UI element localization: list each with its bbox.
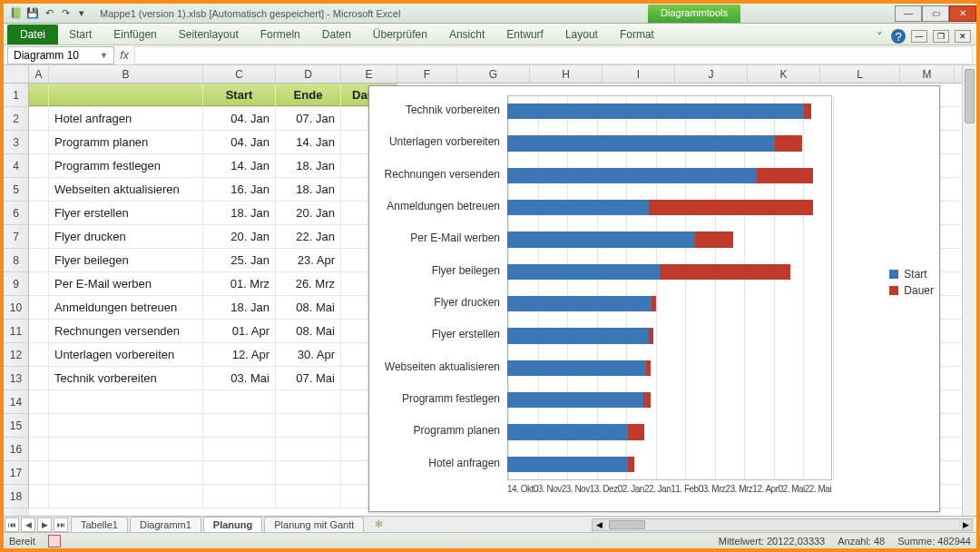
- cell[interactable]: [203, 414, 276, 437]
- formula-input[interactable]: [134, 46, 973, 64]
- tab-nav-next-icon[interactable]: ▶: [37, 518, 52, 532]
- select-all-corner[interactable]: [4, 65, 29, 83]
- maximize-button[interactable]: ▭: [922, 5, 949, 22]
- col-G[interactable]: G: [457, 65, 530, 83]
- cell[interactable]: [203, 461, 276, 484]
- cell[interactable]: Flyer beilegen: [49, 249, 203, 271]
- close-button[interactable]: ✕: [949, 5, 976, 22]
- cell[interactable]: 18. Jan: [276, 154, 341, 177]
- row-header[interactable]: 15: [4, 414, 29, 438]
- tab-design[interactable]: Entwurf: [495, 25, 554, 44]
- name-box[interactable]: Diagramm 10 ▼: [7, 46, 114, 64]
- tab-nav-prev-icon[interactable]: ◀: [21, 518, 35, 532]
- minimize-ribbon-icon[interactable]: ˅: [871, 28, 887, 44]
- mdi-restore-icon[interactable]: ❐: [933, 30, 949, 43]
- col-J[interactable]: J: [675, 65, 748, 83]
- qa-more-icon[interactable]: ▾: [74, 6, 89, 21]
- col-D[interactable]: D: [276, 65, 341, 83]
- cell[interactable]: 01. Mrz: [203, 272, 276, 295]
- cell[interactable]: Hotel anfragen: [49, 107, 203, 130]
- tab-start[interactable]: Start: [58, 25, 103, 44]
- cell[interactable]: Webseiten aktualisieren: [49, 178, 203, 201]
- cell[interactable]: Flyer drucken: [49, 225, 203, 248]
- undo-icon[interactable]: ↶: [42, 6, 56, 21]
- vertical-scroll-thumb[interactable]: [965, 69, 975, 123]
- cell[interactable]: [276, 414, 341, 437]
- tab-formulas[interactable]: Formeln: [250, 25, 311, 44]
- cell[interactable]: [276, 485, 341, 508]
- sheet-tab-tabelle1[interactable]: Tabelle1: [71, 517, 128, 532]
- cell[interactable]: [29, 367, 49, 389]
- row-header[interactable]: 6: [4, 202, 29, 225]
- cell[interactable]: Anmeldungen betreuen: [49, 296, 203, 319]
- row-header[interactable]: 3: [4, 131, 29, 154]
- cell[interactable]: Rechnungen versenden: [49, 320, 203, 342]
- cell[interactable]: [203, 485, 276, 508]
- tab-view[interactable]: Ansicht: [438, 25, 495, 44]
- cell[interactable]: 12. Apr: [203, 343, 276, 366]
- cell[interactable]: [29, 154, 49, 177]
- col-F[interactable]: F: [397, 65, 457, 83]
- cell[interactable]: [29, 320, 49, 342]
- row-header[interactable]: 4: [4, 154, 29, 178]
- cell[interactable]: 07. Jan: [276, 107, 341, 130]
- cell[interactable]: [29, 225, 49, 248]
- sheet-tab-diagramm1[interactable]: Diagramm1: [130, 517, 201, 532]
- cell[interactable]: [49, 84, 203, 106]
- cell[interactable]: [29, 296, 49, 319]
- cell[interactable]: 03. Mai: [203, 367, 276, 389]
- col-A[interactable]: A: [29, 65, 49, 83]
- cell[interactable]: 18. Jan: [203, 202, 276, 224]
- contextual-tab-chart-tools[interactable]: Diagrammtools: [648, 5, 740, 23]
- cell[interactable]: [29, 461, 49, 484]
- sheet-tab-planung-mit-gantt[interactable]: Planung mit Gantt: [264, 517, 364, 532]
- col-H[interactable]: H: [530, 65, 603, 83]
- cell[interactable]: 20. Jan: [203, 225, 276, 248]
- cell[interactable]: 25. Jan: [203, 249, 276, 271]
- embedded-chart[interactable]: Start Dauer 14. Okt03. Nov23. Nov13. Dez…: [368, 85, 940, 512]
- cell[interactable]: [276, 438, 341, 460]
- horizontal-scroll-thumb[interactable]: [609, 520, 645, 529]
- tab-layout[interactable]: Layout: [554, 25, 609, 44]
- cell[interactable]: [276, 390, 341, 413]
- cell[interactable]: 16. Jan: [203, 178, 276, 201]
- cell[interactable]: 14. Jan: [203, 154, 276, 177]
- cell[interactable]: 04. Jan: [203, 107, 276, 130]
- macro-record-icon[interactable]: [48, 535, 61, 547]
- cell[interactable]: [49, 438, 203, 460]
- cell[interactable]: 08. Mai: [276, 320, 341, 342]
- cell[interactable]: Programm festlegen: [49, 154, 203, 177]
- help-icon[interactable]: ?: [891, 29, 906, 44]
- cell[interactable]: [29, 438, 49, 460]
- row-header[interactable]: 10: [4, 296, 29, 320]
- cell[interactable]: [29, 414, 49, 437]
- cell[interactable]: 23. Apr: [276, 249, 341, 271]
- cell[interactable]: 30. Apr: [276, 343, 341, 366]
- hscroll-right-icon[interactable]: ▶: [959, 519, 972, 530]
- cell[interactable]: [29, 84, 49, 106]
- minimize-button[interactable]: —: [895, 5, 922, 22]
- col-M[interactable]: M: [900, 65, 955, 83]
- col-K[interactable]: K: [748, 65, 820, 83]
- cell[interactable]: 22. Jan: [276, 225, 341, 248]
- cell[interactable]: [29, 249, 49, 271]
- tab-pagelayout[interactable]: Seitenlayout: [168, 25, 250, 44]
- row-header[interactable]: 5: [4, 178, 29, 202]
- sheet-tab-planung[interactable]: Planung: [203, 517, 262, 532]
- cell[interactable]: [203, 390, 276, 413]
- tab-insert[interactable]: Einfügen: [103, 25, 167, 44]
- col-I[interactable]: I: [603, 65, 675, 83]
- hscroll-left-icon[interactable]: ◀: [593, 519, 605, 530]
- row-header[interactable]: 1: [4, 84, 29, 107]
- cell[interactable]: [29, 202, 49, 224]
- cell[interactable]: Flyer erstellen: [49, 202, 203, 224]
- fx-icon[interactable]: fx: [114, 49, 134, 62]
- cell[interactable]: 20. Jan: [276, 202, 341, 224]
- col-L[interactable]: L: [820, 65, 900, 83]
- cell[interactable]: 18. Jan: [203, 296, 276, 319]
- cell[interactable]: Ende: [276, 84, 341, 106]
- tab-format[interactable]: Format: [609, 25, 665, 44]
- row-header[interactable]: 14: [4, 390, 29, 414]
- cell[interactable]: [49, 485, 203, 508]
- tab-nav-first-icon[interactable]: ⏮: [5, 518, 19, 532]
